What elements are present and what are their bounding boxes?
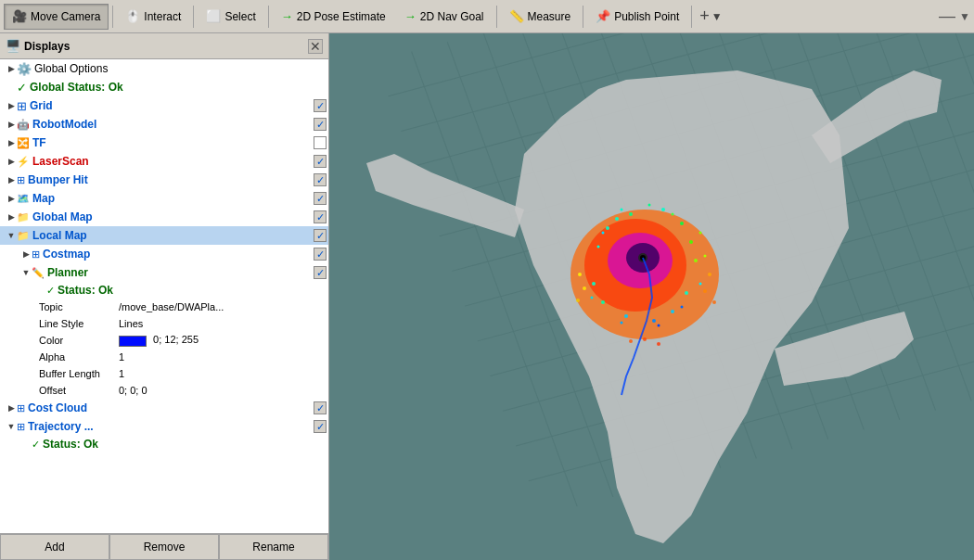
nav-goal-button[interactable]: → 2D Nav Goal [396,4,493,30]
tree-item-localmap[interactable]: 📁 Local Map [0,226,328,245]
prop-offset-key: Offset [35,385,119,396]
measure-button[interactable]: 📏 Measure [501,4,580,30]
svg-point-36 [680,222,684,225]
label-bumperhit: Bumper Hit [28,173,310,186]
tree-item-bumperhit[interactable]: ⊞ Bumper Hit [0,171,328,189]
viewport[interactable] [329,33,974,560]
checkbox-costmap[interactable] [314,248,327,261]
select-button[interactable]: ⬜ Select [198,4,263,30]
sep5 [583,6,583,28]
checkbox-globalmap[interactable] [314,210,327,223]
add-toolbar-icon[interactable]: + [699,6,710,26]
svg-point-54 [658,325,660,327]
label-grid: Grid [30,99,310,112]
checkbox-robotmodel[interactable] [314,118,327,131]
map-icon: 🗺️ [17,193,30,205]
arrow-laserscan[interactable] [6,157,17,166]
checkbox-laserscan[interactable] [314,155,327,168]
svg-point-39 [685,291,688,295]
svg-point-45 [597,246,600,248]
sep3 [268,6,269,28]
tree-item-global-status[interactable]: ✓ Global Status: Ok [0,78,328,96]
svg-point-52 [699,283,702,286]
nav-goal-label: 2D Nav Goal [420,10,484,23]
color-swatch[interactable] [119,336,147,347]
publish-point-button[interactable]: 📌 Publish Point [587,4,687,30]
checkbox-grid[interactable] [314,99,327,112]
prop-row-alpha: Alpha 1 [0,349,328,365]
zoom-dropdown-icon[interactable]: ▼ [959,10,970,23]
pose-estimate-button[interactable]: → 2D Pose Estimate [273,4,394,30]
arrow-globalmap[interactable] [6,212,17,222]
checkbox-bumperhit[interactable] [314,173,327,186]
checkbox-map[interactable] [314,192,327,205]
arrow-robotmodel[interactable] [6,120,17,129]
tree-item-global-options[interactable]: ⚙️ Global Options [0,59,328,78]
displays-close-button[interactable]: ✕ [308,39,323,54]
checkbox-planner[interactable] [314,266,327,279]
interact-button[interactable]: 🖱️ Interact [117,4,189,30]
interact-icon: 🖱️ [125,9,140,23]
label-localmap: Local Map [32,229,310,242]
tree-item-costmap[interactable]: ⊞ Costmap [0,245,328,263]
label-traj-status: Status: Ok [43,438,327,451]
tree-item-planner[interactable]: ✏️ Planner [0,263,328,282]
checkbox-costcloud[interactable] [314,401,327,414]
tree-item-grid[interactable]: ⊞ Grid [0,96,328,115]
prop-row-color: Color 0; 12; 255 [0,332,328,349]
remove-button[interactable]: Remove [109,534,219,560]
arrow-bumperhit[interactable] [6,175,17,185]
prop-linestyle-key: Line Style [35,318,119,329]
svg-point-65 [629,339,633,343]
arrow-tf[interactable] [6,138,17,147]
rename-button[interactable]: Rename [219,534,328,560]
displays-title-row: 🖥️ Displays [6,39,70,53]
tree-item-robotmodel[interactable]: 🤖 RobotModel [0,115,328,134]
tree-item-trajectory[interactable]: ⊞ Trajectory ... [0,417,328,436]
arrow-map[interactable] [6,194,17,203]
sep2 [193,6,194,28]
checkbox-localmap[interactable] [314,229,327,242]
prop-row-bufferlength: Buffer Length 1 [0,365,328,382]
prop-alpha-val: 1 [119,351,327,363]
arrow-grid[interactable] [6,101,17,110]
check-icon: ✓ [17,81,27,95]
checkbox-trajectory[interactable] [314,420,327,433]
add-button[interactable]: Add [0,534,109,560]
svg-point-50 [699,232,702,235]
arrow-costcloud[interactable] [6,403,17,413]
label-tf: TF [32,136,310,149]
svg-point-32 [606,226,609,230]
measure-icon: 📏 [509,9,524,23]
tree-item-planner-status[interactable]: ✓ Status: Ok [0,282,328,299]
prop-offset-val: 0; 0; 0 [119,385,327,396]
tree-item-map[interactable]: 🗺️ Map [0,189,328,208]
sep1 [112,6,113,28]
svg-point-53 [681,306,684,309]
arrow-global-options[interactable] [6,64,17,73]
svg-point-44 [592,282,596,286]
move-camera-button[interactable]: 🎥 Move Camera [4,4,109,30]
tree-item-costcloud[interactable]: ⊞ Cost Cloud [0,399,328,417]
color-value: 0; 12; 255 [153,334,199,345]
tree-item-laserscan[interactable]: ⚡ LaserScan [0,152,328,171]
label-trajectory: Trajectory ... [28,420,310,433]
label-robotmodel: RobotModel [32,118,310,131]
prop-topic-val: /move_base/DWAPla... [119,301,327,312]
arrow-costmap[interactable] [20,249,32,259]
displays-title: Displays [24,40,70,53]
arrow-localmap[interactable] [6,231,17,240]
arrow-trajectory[interactable] [6,422,17,431]
svg-point-56 [591,297,594,299]
move-camera-icon: 🎥 [12,9,27,23]
displays-header: 🖥️ Displays ✕ [0,33,328,59]
toolbar-dropdown-icon[interactable]: ▼ [711,10,723,23]
svg-point-63 [643,337,647,341]
tree-item-globalmap[interactable]: 📁 Global Map [0,208,328,226]
arrow-planner[interactable] [20,268,32,277]
checkbox-tf[interactable] [314,136,327,149]
tree-container[interactable]: ⚙️ Global Options ✓ Global Status: Ok ⊞ … [0,59,328,533]
zoom-minus-icon[interactable]: — [939,6,955,26]
left-panel: 🖥️ Displays ✕ ⚙️ Global Options ✓ Global… [0,33,329,560]
tree-item-tf[interactable]: 🔀 TF [0,134,328,152]
